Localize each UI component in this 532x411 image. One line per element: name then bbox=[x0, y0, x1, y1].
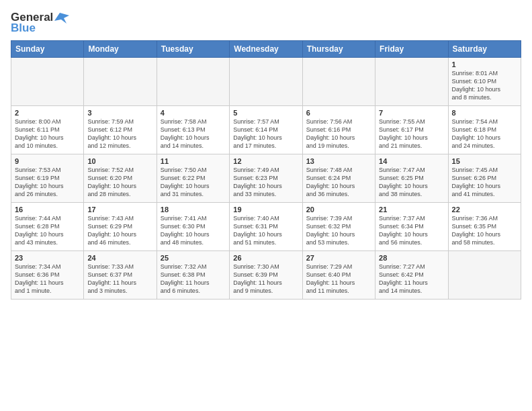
table-row: 13Sunrise: 7:48 AM Sunset: 6:24 PM Dayli… bbox=[302, 154, 375, 203]
day-number: 17 bbox=[87, 205, 152, 214]
day-number: 13 bbox=[306, 157, 371, 165]
table-row bbox=[84, 58, 157, 106]
day-number: 11 bbox=[161, 157, 226, 165]
calendar-week-row: 16Sunrise: 7:44 AM Sunset: 6:28 PM Dayli… bbox=[11, 203, 521, 251]
day-info: Sunrise: 7:47 AM Sunset: 6:25 PM Dayligh… bbox=[379, 166, 444, 199]
col-saturday: Saturday bbox=[448, 41, 521, 58]
logo-bird-icon bbox=[54, 11, 69, 24]
day-number: 25 bbox=[161, 254, 226, 262]
table-row: 2Sunrise: 8:00 AM Sunset: 6:11 PM Daylig… bbox=[11, 106, 84, 154]
day-number: 15 bbox=[452, 157, 517, 165]
day-number: 8 bbox=[452, 109, 517, 117]
page: General Blue Sunday Monday Tuesday Wedne… bbox=[0, 0, 532, 411]
calendar-week-row: 1Sunrise: 8:01 AM Sunset: 6:10 PM Daylig… bbox=[11, 58, 521, 106]
svg-marker-0 bbox=[54, 13, 69, 24]
day-info: Sunrise: 7:49 AM Sunset: 6:23 PM Dayligh… bbox=[233, 166, 298, 199]
table-row: 17Sunrise: 7:43 AM Sunset: 6:29 PM Dayli… bbox=[84, 203, 157, 251]
day-info: Sunrise: 8:01 AM Sunset: 6:10 PM Dayligh… bbox=[452, 69, 517, 102]
day-info: Sunrise: 7:34 AM Sunset: 6:36 PM Dayligh… bbox=[15, 263, 80, 295]
day-number: 4 bbox=[161, 109, 226, 117]
table-row: 27Sunrise: 7:29 AM Sunset: 6:40 PM Dayli… bbox=[302, 251, 375, 300]
table-row: 5Sunrise: 7:57 AM Sunset: 6:14 PM Daylig… bbox=[230, 106, 302, 154]
table-row: 19Sunrise: 7:40 AM Sunset: 6:31 PM Dayli… bbox=[230, 203, 302, 251]
col-wednesday: Wednesday bbox=[230, 41, 302, 58]
table-row: 11Sunrise: 7:50 AM Sunset: 6:22 PM Dayli… bbox=[157, 154, 229, 203]
day-number: 6 bbox=[306, 109, 371, 117]
day-number: 19 bbox=[233, 205, 298, 214]
table-row: 14Sunrise: 7:47 AM Sunset: 6:25 PM Dayli… bbox=[375, 154, 448, 203]
day-number: 24 bbox=[87, 254, 152, 262]
day-number: 21 bbox=[379, 205, 444, 214]
header: General Blue bbox=[11, 11, 521, 35]
logo-blue-text: Blue bbox=[11, 21, 36, 35]
calendar-week-row: 23Sunrise: 7:34 AM Sunset: 6:36 PM Dayli… bbox=[11, 251, 521, 300]
col-thursday: Thursday bbox=[302, 41, 375, 58]
day-number: 14 bbox=[379, 157, 444, 165]
day-number: 5 bbox=[233, 109, 298, 117]
day-info: Sunrise: 7:44 AM Sunset: 6:28 PM Dayligh… bbox=[15, 214, 80, 247]
table-row: 18Sunrise: 7:41 AM Sunset: 6:30 PM Dayli… bbox=[157, 203, 229, 251]
col-tuesday: Tuesday bbox=[157, 41, 229, 58]
day-number: 18 bbox=[161, 205, 226, 214]
day-info: Sunrise: 7:52 AM Sunset: 6:20 PM Dayligh… bbox=[87, 166, 152, 199]
table-row: 20Sunrise: 7:39 AM Sunset: 6:32 PM Dayli… bbox=[302, 203, 375, 251]
col-monday: Monday bbox=[84, 41, 157, 58]
table-row bbox=[448, 251, 521, 300]
table-row: 3Sunrise: 7:59 AM Sunset: 6:12 PM Daylig… bbox=[84, 106, 157, 154]
day-number: 22 bbox=[452, 205, 517, 214]
table-row: 23Sunrise: 7:34 AM Sunset: 6:36 PM Dayli… bbox=[11, 251, 84, 300]
table-row: 8Sunrise: 7:54 AM Sunset: 6:18 PM Daylig… bbox=[448, 106, 521, 154]
day-info: Sunrise: 8:00 AM Sunset: 6:11 PM Dayligh… bbox=[15, 118, 80, 150]
day-info: Sunrise: 7:27 AM Sunset: 6:42 PM Dayligh… bbox=[379, 263, 444, 295]
day-number: 2 bbox=[15, 109, 80, 117]
day-info: Sunrise: 7:59 AM Sunset: 6:12 PM Dayligh… bbox=[87, 118, 152, 150]
calendar-header-row: Sunday Monday Tuesday Wednesday Thursday… bbox=[11, 41, 521, 58]
day-info: Sunrise: 7:41 AM Sunset: 6:30 PM Dayligh… bbox=[161, 214, 226, 247]
table-row: 16Sunrise: 7:44 AM Sunset: 6:28 PM Dayli… bbox=[11, 203, 84, 251]
day-number: 23 bbox=[15, 254, 80, 262]
table-row: 10Sunrise: 7:52 AM Sunset: 6:20 PM Dayli… bbox=[84, 154, 157, 203]
day-number: 16 bbox=[15, 205, 80, 214]
day-number: 7 bbox=[379, 109, 444, 117]
table-row: 6Sunrise: 7:56 AM Sunset: 6:16 PM Daylig… bbox=[302, 106, 375, 154]
table-row: 24Sunrise: 7:33 AM Sunset: 6:37 PM Dayli… bbox=[84, 251, 157, 300]
table-row: 21Sunrise: 7:37 AM Sunset: 6:34 PM Dayli… bbox=[375, 203, 448, 251]
day-info: Sunrise: 7:48 AM Sunset: 6:24 PM Dayligh… bbox=[306, 166, 371, 199]
day-number: 27 bbox=[306, 254, 371, 262]
day-number: 26 bbox=[233, 254, 298, 262]
calendar-table: Sunday Monday Tuesday Wednesday Thursday… bbox=[11, 40, 521, 300]
day-info: Sunrise: 7:58 AM Sunset: 6:13 PM Dayligh… bbox=[161, 118, 226, 150]
day-info: Sunrise: 7:56 AM Sunset: 6:16 PM Dayligh… bbox=[306, 118, 371, 150]
table-row: 22Sunrise: 7:36 AM Sunset: 6:35 PM Dayli… bbox=[448, 203, 521, 251]
table-row bbox=[11, 58, 84, 106]
table-row: 15Sunrise: 7:45 AM Sunset: 6:26 PM Dayli… bbox=[448, 154, 521, 203]
day-info: Sunrise: 7:32 AM Sunset: 6:38 PM Dayligh… bbox=[161, 263, 226, 295]
day-info: Sunrise: 7:33 AM Sunset: 6:37 PM Dayligh… bbox=[87, 263, 152, 295]
day-number: 20 bbox=[306, 205, 371, 214]
day-number: 1 bbox=[452, 60, 517, 68]
day-number: 10 bbox=[87, 157, 152, 165]
day-info: Sunrise: 7:45 AM Sunset: 6:26 PM Dayligh… bbox=[452, 166, 517, 199]
day-info: Sunrise: 7:43 AM Sunset: 6:29 PM Dayligh… bbox=[87, 214, 152, 247]
calendar-week-row: 9Sunrise: 7:53 AM Sunset: 6:19 PM Daylig… bbox=[11, 154, 521, 203]
table-row bbox=[302, 58, 375, 106]
logo: General Blue bbox=[11, 11, 69, 35]
day-info: Sunrise: 7:39 AM Sunset: 6:32 PM Dayligh… bbox=[306, 214, 371, 247]
table-row: 9Sunrise: 7:53 AM Sunset: 6:19 PM Daylig… bbox=[11, 154, 84, 203]
day-info: Sunrise: 7:30 AM Sunset: 6:39 PM Dayligh… bbox=[233, 263, 298, 295]
day-number: 9 bbox=[15, 157, 80, 165]
table-row: 4Sunrise: 7:58 AM Sunset: 6:13 PM Daylig… bbox=[157, 106, 229, 154]
table-row: 28Sunrise: 7:27 AM Sunset: 6:42 PM Dayli… bbox=[375, 251, 448, 300]
day-info: Sunrise: 7:36 AM Sunset: 6:35 PM Dayligh… bbox=[452, 214, 517, 247]
table-row: 7Sunrise: 7:55 AM Sunset: 6:17 PM Daylig… bbox=[375, 106, 448, 154]
calendar-week-row: 2Sunrise: 8:00 AM Sunset: 6:11 PM Daylig… bbox=[11, 106, 521, 154]
day-number: 3 bbox=[87, 109, 152, 117]
day-info: Sunrise: 7:37 AM Sunset: 6:34 PM Dayligh… bbox=[379, 214, 444, 247]
day-info: Sunrise: 7:53 AM Sunset: 6:19 PM Dayligh… bbox=[15, 166, 80, 199]
table-row bbox=[230, 58, 302, 106]
table-row bbox=[157, 58, 229, 106]
day-info: Sunrise: 7:50 AM Sunset: 6:22 PM Dayligh… bbox=[161, 166, 226, 199]
table-row: 1Sunrise: 8:01 AM Sunset: 6:10 PM Daylig… bbox=[448, 58, 521, 106]
table-row bbox=[375, 58, 448, 106]
day-number: 28 bbox=[379, 254, 444, 262]
